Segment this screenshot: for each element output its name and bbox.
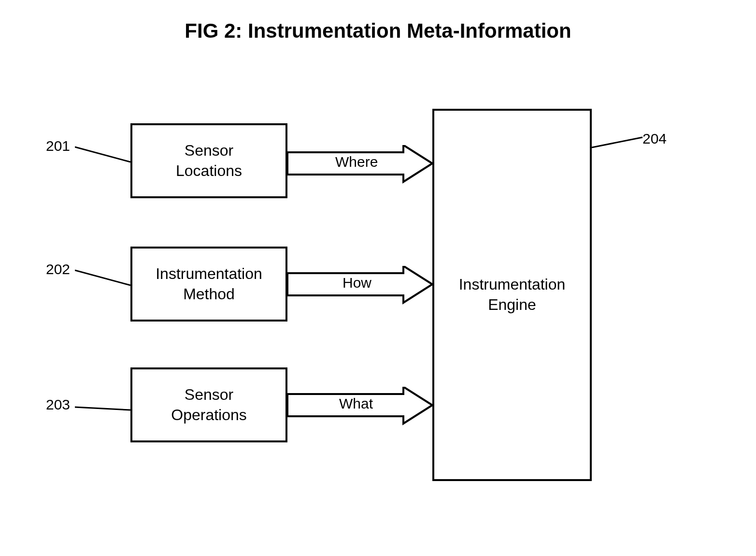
diagram-title: FIG 2: Instrumentation Meta-Information — [0, 19, 756, 43]
ref-line-203 — [75, 405, 133, 415]
ref-line-201 — [75, 145, 133, 164]
arrow-what-label: What — [337, 395, 375, 412]
svg-line-3 — [592, 137, 642, 147]
box-sensor-locations: SensorLocations — [130, 123, 287, 198]
arrow-how-label: How — [341, 275, 373, 291]
box-instrumentation-method: InstrumentationMethod — [130, 247, 287, 322]
svg-line-1 — [75, 270, 130, 285]
svg-line-2 — [75, 407, 130, 410]
box-instrumentation-engine-label: InstrumentationEngine — [459, 275, 566, 315]
ref-line-204 — [592, 135, 645, 150]
box-sensor-operations: SensorOperations — [130, 367, 287, 442]
ref-label-203: 203 — [46, 396, 70, 413]
svg-line-0 — [75, 147, 130, 162]
box-sensor-locations-label: SensorLocations — [176, 141, 242, 181]
box-sensor-operations-label: SensorOperations — [171, 385, 247, 425]
ref-line-202 — [75, 268, 133, 288]
box-instrumentation-engine: InstrumentationEngine — [432, 109, 592, 481]
ref-label-202: 202 — [46, 261, 70, 278]
box-instrumentation-method-label: InstrumentationMethod — [156, 264, 262, 304]
ref-label-201: 201 — [46, 138, 70, 154]
ref-label-204: 204 — [642, 131, 667, 147]
arrow-where-label: Where — [333, 154, 380, 170]
